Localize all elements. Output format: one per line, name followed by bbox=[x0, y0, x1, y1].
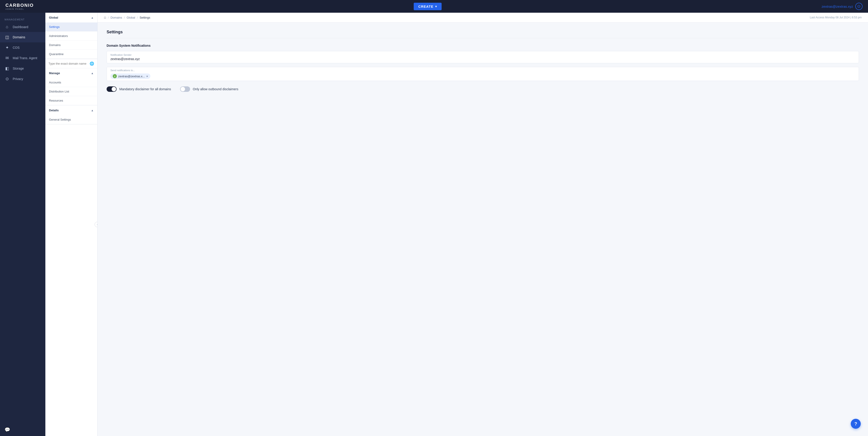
notification-sender-field[interactable]: Notification Sender zextras@zextras.xyz bbox=[106, 51, 859, 63]
sidebar-item-dashboard-label: Dashboard bbox=[13, 25, 28, 29]
page-title: Settings bbox=[106, 30, 859, 38]
mail-icon: ✉ bbox=[4, 56, 9, 61]
remove-tag-button[interactable]: × bbox=[146, 74, 148, 78]
notification-sender-label: Notification Sender bbox=[111, 54, 855, 56]
mandatory-disclaimer-toggle-item: Mandatory disclaimer for all domains bbox=[106, 86, 171, 92]
main-content: ⌂ / Domains / Global / Settings Last Acc… bbox=[97, 13, 868, 436]
nav-item-resources[interactable]: Resources bbox=[45, 96, 97, 105]
details-section-label: Details bbox=[49, 108, 59, 112]
details-section-header[interactable]: Details ▲ bbox=[45, 105, 97, 115]
breadcrumb-domains[interactable]: Domains bbox=[111, 16, 122, 19]
globe-icon[interactable]: 🌐 bbox=[90, 61, 94, 66]
collapse-panel-button[interactable]: ‹ bbox=[95, 222, 97, 227]
domains-icon: ◫ bbox=[4, 35, 9, 40]
details-chevron-up-icon: ▲ bbox=[91, 109, 94, 112]
content-area: Settings Domain System Notifications Not… bbox=[97, 23, 868, 436]
breadcrumb-bar: ⌂ / Domains / Global / Settings Last Acc… bbox=[97, 13, 868, 23]
logo-sub: ADMIN PANEL bbox=[5, 8, 24, 10]
mandatory-disclaimer-toggle[interactable] bbox=[106, 86, 117, 92]
sidebar-item-storage[interactable]: ◧ Storage bbox=[0, 63, 45, 74]
manage-chevron-up-icon: ▲ bbox=[91, 72, 94, 75]
sidebar-item-mail-trans-agent[interactable]: ✉ Mail Trans. Agent bbox=[0, 53, 45, 63]
sidebar-section-management: Management bbox=[0, 16, 45, 22]
manage-section: Manage ▲ Accounts Distribution List Reso… bbox=[45, 68, 97, 105]
create-label: CREATE bbox=[418, 4, 433, 8]
breadcrumb-current: Settings bbox=[140, 16, 150, 19]
storage-icon: ◧ bbox=[4, 66, 9, 71]
send-notifications-field[interactable]: Send notifications to... z zextras@zextr… bbox=[106, 67, 859, 81]
nav-item-accounts[interactable]: Accounts bbox=[45, 78, 97, 87]
cos-icon: ✦ bbox=[4, 45, 9, 50]
outbound-disclaimers-label: Only allow outbound disclaimers bbox=[193, 87, 238, 91]
domain-search: 🌐 bbox=[45, 59, 97, 68]
main-layout: Management ⌂ Dashboard ◫ Domains ✦ COS ✉… bbox=[0, 13, 868, 436]
global-section-label: Global bbox=[49, 16, 58, 19]
sidebar-bottom: 💬 bbox=[0, 423, 45, 436]
header: CARBONIO ADMIN PANEL CREATE ▾ zextras@ze… bbox=[0, 0, 868, 13]
manage-section-label: Manage bbox=[49, 71, 60, 75]
outbound-disclaimers-toggle[interactable] bbox=[180, 86, 190, 92]
help-button[interactable]: ? bbox=[851, 419, 861, 429]
user-avatar-icon: ⊙ bbox=[855, 3, 863, 10]
sidebar-item-cos-label: COS bbox=[13, 46, 20, 50]
sidebar-item-privacy-label: Privacy bbox=[13, 77, 23, 81]
tag-avatar: z bbox=[113, 74, 117, 78]
sidebar-item-privacy[interactable]: ⊙ Privacy bbox=[0, 74, 45, 84]
breadcrumb: ⌂ / Domains / Global / Settings bbox=[104, 15, 150, 20]
details-section: Details ▲ General Settings bbox=[45, 105, 97, 124]
breadcrumb-sep-3: / bbox=[137, 16, 138, 19]
nav-item-settings[interactable]: Settings bbox=[45, 23, 97, 32]
toggle-knob-1 bbox=[112, 87, 116, 91]
home-icon: ⌂ bbox=[4, 25, 9, 29]
nav-item-administrators[interactable]: Administrators bbox=[45, 32, 97, 40]
user-email: zextras@zextras.xyz bbox=[822, 4, 853, 8]
help-icon: ? bbox=[855, 421, 857, 427]
privacy-icon: ⊙ bbox=[4, 76, 9, 82]
breadcrumb-sep-2: / bbox=[124, 16, 125, 19]
mandatory-disclaimer-label: Mandatory disclaimer for all domains bbox=[119, 87, 171, 91]
domain-notifications-title: Domain System Notifications bbox=[106, 44, 859, 48]
breadcrumb-global[interactable]: Global bbox=[127, 16, 135, 19]
search-input[interactable] bbox=[49, 62, 88, 65]
nav-item-domains[interactable]: Domains bbox=[45, 40, 97, 50]
tag-text: zextras@zextras.x... bbox=[118, 74, 145, 78]
sidebar-item-cos[interactable]: ✦ COS bbox=[0, 42, 45, 53]
outbound-disclaimers-toggle-item: Only allow outbound disclaimers bbox=[180, 86, 238, 92]
sidebar-item-storage-label: Storage bbox=[13, 67, 24, 70]
sidebar: Management ⌂ Dashboard ◫ Domains ✦ COS ✉… bbox=[0, 13, 45, 436]
toggle-knob-2 bbox=[181, 87, 185, 91]
chevron-down-icon: ▾ bbox=[435, 5, 437, 8]
sidebar-item-dashboard[interactable]: ⌂ Dashboard bbox=[0, 22, 45, 32]
user-menu[interactable]: zextras@zextras.xyz ⊙ bbox=[822, 3, 863, 10]
nav-item-general-settings[interactable]: General Settings bbox=[45, 115, 97, 124]
global-section-header[interactable]: Global ▲ bbox=[45, 13, 97, 23]
toggle-row: Mandatory disclaimer for all domains Onl… bbox=[106, 86, 859, 92]
sidebar-item-mail-label: Mail Trans. Agent bbox=[13, 56, 37, 60]
create-button[interactable]: CREATE ▾ bbox=[414, 3, 442, 10]
tag-item: z zextras@zextras.x... × bbox=[111, 73, 150, 79]
logo-text: CARBONIO bbox=[5, 3, 34, 8]
chat-icon[interactable]: 💬 bbox=[4, 427, 10, 432]
global-chevron-up-icon: ▲ bbox=[91, 16, 94, 19]
last-access: Last Access Monday 08 Jul 2024 | 6:53 pm bbox=[810, 16, 862, 19]
breadcrumb-sep-1: / bbox=[108, 16, 109, 19]
manage-section-header[interactable]: Manage ▲ bbox=[45, 68, 97, 78]
breadcrumb-home-icon[interactable]: ⌂ bbox=[104, 15, 106, 20]
nav-item-quarantine[interactable]: Quarantine bbox=[45, 50, 97, 59]
nav-item-distribution-list[interactable]: Distribution List bbox=[45, 87, 97, 96]
domain-panel: Global ▲ Settings Administrators Domains… bbox=[45, 13, 97, 436]
sidebar-item-domains-label: Domains bbox=[13, 35, 25, 39]
send-notifications-label: Send notifications to... bbox=[111, 69, 855, 72]
sidebar-item-domains[interactable]: ◫ Domains bbox=[0, 32, 45, 42]
logo: CARBONIO ADMIN PANEL bbox=[5, 3, 34, 10]
global-section: Global ▲ Settings Administrators Domains… bbox=[45, 13, 97, 59]
notification-sender-value: zextras@zextras.xyz bbox=[111, 57, 855, 61]
